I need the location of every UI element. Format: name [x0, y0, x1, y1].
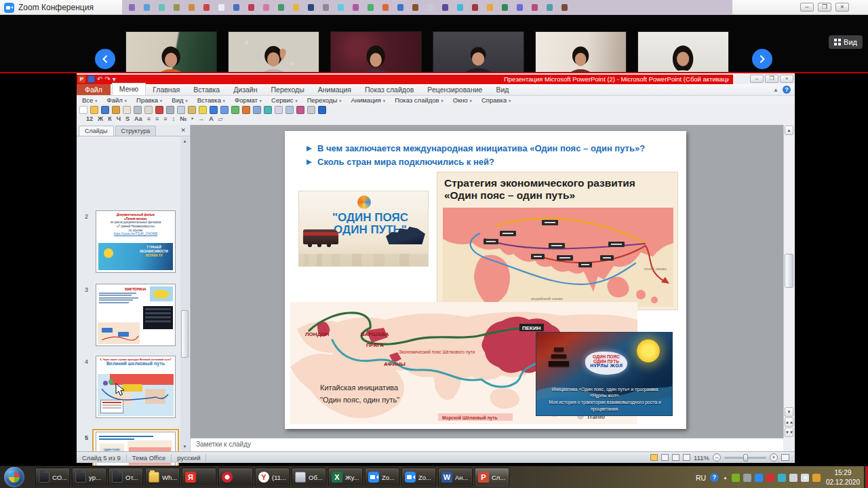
insert-picture-icon[interactable]: [231, 106, 239, 114]
help-icon[interactable]: [318, 106, 326, 114]
font-color-icon[interactable]: А: [209, 115, 214, 123]
taskbar-item-word[interactable]: WАн...: [438, 468, 473, 487]
format-painter-icon[interactable]: [199, 106, 207, 114]
panel-close-icon[interactable]: ✕: [180, 127, 186, 134]
main-scrollbar[interactable]: ▲ ▼ ▲▲ ▼▼: [783, 125, 794, 438]
change-case-icon[interactable]: Аа: [134, 115, 142, 123]
menu-all[interactable]: Все ▾: [82, 96, 98, 104]
start-button[interactable]: [4, 467, 24, 487]
panel-scrollbar[interactable]: ▲ ▼: [180, 137, 189, 451]
taskbar-item-powerpoint[interactable]: PСл...: [475, 468, 509, 487]
open-icon[interactable]: [90, 106, 98, 114]
menu-view[interactable]: Вид ▾: [172, 96, 187, 104]
notes-pane[interactable]: Заметки к слайду: [191, 438, 783, 451]
tab-slides-panel[interactable]: Слайды: [79, 126, 114, 136]
qat-dropdown-icon[interactable]: ▾: [113, 75, 116, 83]
slide-thumbnail-3[interactable]: ВИКТОРИНА: [96, 284, 176, 346]
slide-thumbnail-2[interactable]: Документальный фильм «Линия жизни» из ци…: [96, 210, 176, 273]
next-participants-button[interactable]: [752, 49, 772, 69]
taskbar-item-folder-1[interactable]: СО...: [35, 468, 70, 487]
print-icon[interactable]: [134, 106, 142, 114]
zoom-tray-icon[interactable]: [755, 474, 763, 482]
zoom-restore-button[interactable]: ❐: [818, 3, 831, 12]
underline-icon[interactable]: Ч: [117, 115, 121, 123]
zoom-tool-icon[interactable]: [307, 106, 315, 114]
tab-outline-panel[interactable]: Структура: [115, 126, 157, 136]
slide-thumbnail-4[interactable]: 6. Через какие страны проходил Великий ш…: [96, 356, 176, 418]
insert-smartart-icon[interactable]: [264, 106, 272, 114]
opera-tray-icon[interactable]: [766, 474, 774, 482]
plug-tray-icon[interactable]: [789, 474, 797, 482]
menu-format[interactable]: Формат ▾: [235, 96, 262, 104]
redo-icon[interactable]: [220, 106, 229, 114]
ppt-minimize-button[interactable]: –: [750, 75, 764, 83]
menu-window[interactable]: Окно ▾: [453, 96, 472, 104]
menu-tools[interactable]: Сервис ▾: [271, 96, 298, 104]
save-icon[interactable]: [87, 75, 95, 83]
ppt-close-button[interactable]: ×: [780, 75, 793, 83]
taskbar-item-folder-2[interactable]: ур...: [72, 468, 106, 487]
paste-icon[interactable]: [188, 106, 196, 114]
powerpoint-logo-icon[interactable]: P: [78, 75, 85, 83]
tab-design[interactable]: Дизайн: [226, 84, 264, 95]
new-slide-icon[interactable]: [275, 106, 283, 114]
slideshow-view-icon[interactable]: [683, 454, 690, 461]
taskbar-item-yandex[interactable]: Y(11...: [255, 468, 290, 487]
tab-review[interactable]: Рецензирование: [420, 84, 489, 95]
zoom-slider[interactable]: [724, 457, 766, 459]
main-scrollbar-thumb[interactable]: [785, 254, 793, 288]
tab-transitions[interactable]: Переходы: [264, 84, 311, 95]
align-center-icon[interactable]: ≡: [155, 115, 159, 123]
italic-icon[interactable]: К: [108, 115, 112, 123]
undo-icon[interactable]: ↶: [97, 75, 102, 83]
taskbar-clock[interactable]: 15:29 02.12.2020: [826, 468, 860, 487]
normal-view-icon[interactable]: [650, 454, 658, 461]
next-slide-button[interactable]: ▼▼: [785, 428, 793, 437]
language-indicator[interactable]: RU: [696, 474, 706, 482]
insert-chart-icon[interactable]: [242, 106, 250, 114]
scroll-up-icon[interactable]: ▲: [785, 126, 793, 135]
volume-tray-icon[interactable]: ◄: [801, 474, 809, 482]
taskbar-item-zoom-1[interactable]: Zo...: [365, 468, 399, 487]
status-language[interactable]: русский: [172, 454, 206, 462]
slide-sorter-view-icon[interactable]: [661, 454, 669, 461]
cut-icon[interactable]: [166, 106, 174, 114]
menu-transitions[interactable]: Переходы ▾: [307, 96, 342, 104]
redo-icon[interactable]: ↷: [104, 75, 110, 83]
spelling-icon[interactable]: [155, 106, 163, 114]
increase-indent-icon[interactable]: →: [198, 115, 204, 123]
collapse-ribbon-icon[interactable]: ▲: [773, 87, 778, 93]
menu-edit[interactable]: Правка ▾: [136, 96, 162, 104]
bullets-icon[interactable]: •: [191, 115, 193, 123]
menu-slideshow[interactable]: Показ слайдов ▾: [395, 96, 443, 104]
zoom-slider-thumb[interactable]: [743, 454, 748, 462]
previous-participants-button[interactable]: [95, 49, 115, 69]
align-left-icon[interactable]: ≡: [147, 115, 151, 123]
font-size-icon[interactable]: 12: [86, 115, 93, 123]
zoom-in-icon[interactable]: +: [770, 453, 778, 462]
ppt-restore-button[interactable]: ❐: [765, 75, 778, 83]
scroll-up-icon[interactable]: ▲: [180, 137, 189, 145]
undo-icon[interactable]: [210, 106, 218, 114]
taskbar-item-scanner[interactable]: Об...: [292, 468, 326, 487]
email-icon[interactable]: [123, 106, 131, 114]
permissions-icon[interactable]: [112, 106, 120, 114]
help-tray-icon[interactable]: ?: [710, 473, 719, 482]
menu-insert[interactable]: Вставка ▾: [197, 96, 225, 104]
taskbar-item-folder-4[interactable]: Wh...: [145, 468, 180, 487]
previous-slide-button[interactable]: ▲▲: [785, 417, 793, 427]
taskbar-item-zoom-2[interactable]: Zo...: [401, 468, 436, 487]
bold-icon[interactable]: Ж: [98, 115, 103, 123]
save-icon[interactable]: [101, 106, 109, 114]
network-tray-icon[interactable]: [743, 474, 751, 482]
insert-table-icon[interactable]: [253, 106, 261, 114]
taskbar-item-opera[interactable]: [218, 468, 253, 487]
tab-file[interactable]: Файл: [77, 84, 111, 95]
new-icon[interactable]: [79, 106, 87, 114]
scroll-down-icon[interactable]: ▼: [180, 443, 189, 451]
slide-canvas[interactable]: В чем заключается международная инициати…: [285, 131, 686, 429]
tab-view[interactable]: Вид: [489, 84, 515, 95]
tab-insert[interactable]: Вставка: [186, 84, 226, 95]
menu-help[interactable]: Справка ▾: [481, 96, 511, 104]
scroll-down-icon[interactable]: ▼: [785, 407, 793, 417]
